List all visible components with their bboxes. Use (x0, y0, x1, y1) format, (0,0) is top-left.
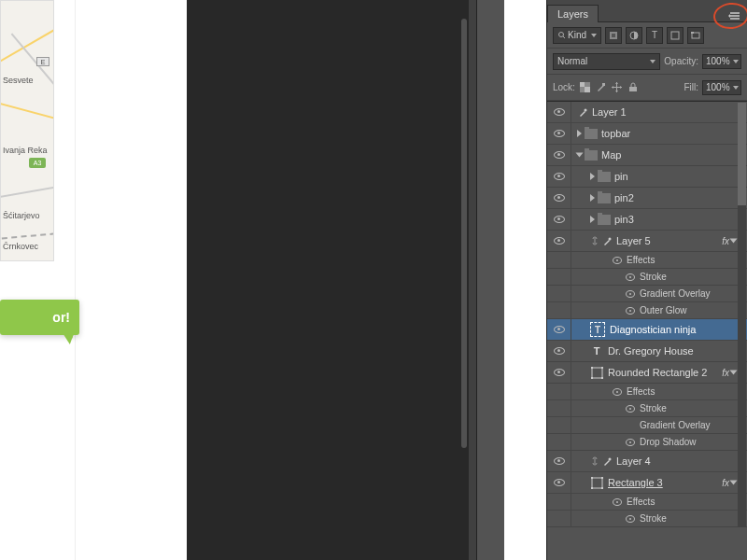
disclosure-triangle-icon[interactable] (590, 216, 595, 223)
visibility-toggle[interactable] (547, 384, 571, 399)
visibility-toggle[interactable] (547, 269, 571, 285)
effect-visibility-icon[interactable] (613, 257, 622, 264)
visibility-toggle[interactable] (547, 511, 571, 526)
canvas-area[interactable] (187, 0, 504, 560)
visibility-toggle[interactable] (547, 209, 571, 230)
layer-row[interactable]: Rounded Rectangle 2fx (547, 362, 747, 384)
layer-row[interactable]: Map (547, 145, 747, 166)
visibility-toggle[interactable] (547, 166, 571, 187)
chevron-down-icon[interactable] (730, 239, 738, 244)
filter-kind-dropdown[interactable]: Kind (553, 27, 601, 44)
effect-row[interactable]: Effects (547, 384, 747, 400)
visibility-toggle[interactable] (547, 362, 571, 383)
scrollbar-thumb[interactable] (738, 103, 746, 205)
canvas-scrollbar[interactable] (461, 19, 467, 448)
effect-visibility-icon[interactable] (626, 439, 635, 446)
disclosure-triangle-icon[interactable] (577, 130, 582, 137)
layer-name[interactable]: Diagnostician ninja (610, 324, 696, 335)
layer-row[interactable]: TDiagnostician ninja (547, 319, 747, 341)
effect-row[interactable]: Effects (547, 252, 747, 269)
layer-name[interactable]: Effects (627, 497, 655, 507)
effect-row[interactable]: Gradient Overlay (547, 417, 747, 434)
chevron-down-icon[interactable] (730, 481, 738, 485)
effect-visibility-icon[interactable] (626, 273, 635, 281)
visibility-toggle[interactable] (547, 123, 571, 144)
effect-visibility-icon[interactable] (626, 290, 635, 298)
disclosure-triangle-icon[interactable] (590, 173, 595, 180)
visibility-toggle[interactable] (547, 188, 571, 208)
visibility-toggle[interactable] (547, 341, 571, 361)
layer-name[interactable]: Drop Shadow (640, 437, 697, 447)
fx-badge[interactable]: fx (722, 368, 736, 378)
visibility-toggle[interactable] (547, 252, 571, 268)
filter-pixel-icon[interactable] (605, 27, 622, 44)
visibility-toggle[interactable] (547, 231, 571, 251)
visibility-toggle[interactable] (547, 434, 571, 450)
layer-name[interactable]: Rectangle 3 (608, 477, 663, 488)
layer-name[interactable]: Stroke (640, 272, 667, 282)
visibility-toggle[interactable] (547, 286, 571, 301)
effect-visibility-icon[interactable] (613, 498, 622, 506)
visibility-toggle[interactable] (547, 102, 571, 122)
layer-name[interactable]: Map (601, 149, 621, 161)
panel-menu-button[interactable] (723, 12, 747, 21)
layer-name[interactable]: Layer 1 (592, 106, 627, 118)
layer-name[interactable]: topbar (601, 128, 630, 139)
filter-adjustment-icon[interactable] (626, 27, 642, 44)
visibility-toggle[interactable] (547, 417, 571, 433)
layer-name[interactable]: Effects (627, 386, 655, 397)
effect-row[interactable]: Gradient Overlay (547, 286, 747, 302)
filter-shape-icon[interactable] (667, 27, 684, 44)
lock-position-button[interactable] (611, 81, 624, 94)
layer-name[interactable]: Stroke (640, 513, 667, 524)
effect-row[interactable]: Stroke (547, 269, 747, 286)
visibility-toggle[interactable] (547, 451, 571, 471)
lock-all-button[interactable] (627, 81, 640, 94)
visibility-toggle[interactable] (547, 494, 571, 510)
layer-row[interactable]: pin3 (547, 209, 747, 231)
effect-row[interactable]: Drop Shadow (547, 434, 747, 451)
disclosure-triangle-icon[interactable] (576, 153, 584, 158)
layer-name[interactable]: Stroke (640, 403, 667, 413)
layer-row[interactable]: pin2 (547, 188, 747, 209)
filter-type-icon[interactable]: T (646, 27, 663, 44)
visibility-toggle[interactable] (547, 302, 571, 318)
layer-row[interactable]: Rectangle 3fx (547, 472, 747, 494)
layer-name[interactable]: pin (614, 171, 628, 182)
blend-mode-dropdown[interactable]: Normal (553, 53, 660, 70)
filter-smart-icon[interactable] (687, 27, 704, 44)
layer-name[interactable]: Dr. Gregory House (608, 345, 694, 357)
fill-input[interactable]: 100% (702, 80, 741, 95)
layers-list[interactable]: Layer 1topbarMappinpin2pin3Layer 5fxEffe… (547, 101, 747, 527)
fx-badge[interactable]: fx (722, 478, 736, 488)
layer-name[interactable]: Gradient Overlay (640, 420, 711, 430)
lock-pixels-button[interactable] (595, 81, 608, 94)
fx-badge[interactable]: fx (722, 236, 736, 246)
layer-name[interactable]: Layer 4 (616, 455, 651, 467)
effect-visibility-icon[interactable] (626, 515, 635, 523)
layer-row[interactable]: Layer 1 (547, 102, 747, 123)
layer-row[interactable]: Layer 5fx (547, 231, 747, 252)
chevron-down-icon[interactable] (730, 371, 738, 375)
effect-row[interactable]: Stroke (547, 511, 747, 527)
layer-row[interactable]: Layer 4 (547, 451, 747, 472)
opacity-input[interactable]: 100% (702, 54, 741, 69)
layer-name[interactable]: Effects (627, 255, 655, 265)
layers-scrollbar[interactable] (738, 103, 746, 527)
lock-transparency-button[interactable] (579, 81, 592, 94)
layer-name[interactable]: Outer Glow (640, 305, 687, 315)
layer-name[interactable]: pin2 (614, 192, 634, 203)
layer-row[interactable]: pin (547, 166, 747, 188)
layer-name[interactable]: Rounded Rectangle 2 (608, 367, 707, 378)
effect-visibility-icon[interactable] (626, 405, 635, 413)
effect-visibility-icon[interactable] (626, 307, 635, 315)
disclosure-triangle-icon[interactable] (590, 194, 595, 202)
layer-name[interactable]: pin3 (614, 214, 634, 225)
effect-row[interactable]: Effects (547, 494, 747, 511)
visibility-toggle[interactable] (547, 145, 571, 165)
effect-visibility-icon[interactable] (613, 388, 622, 396)
effect-row[interactable]: Stroke (547, 400, 747, 417)
visibility-toggle[interactable] (547, 472, 571, 493)
visibility-toggle[interactable] (547, 319, 571, 340)
effect-row[interactable]: Outer Glow (547, 302, 747, 319)
